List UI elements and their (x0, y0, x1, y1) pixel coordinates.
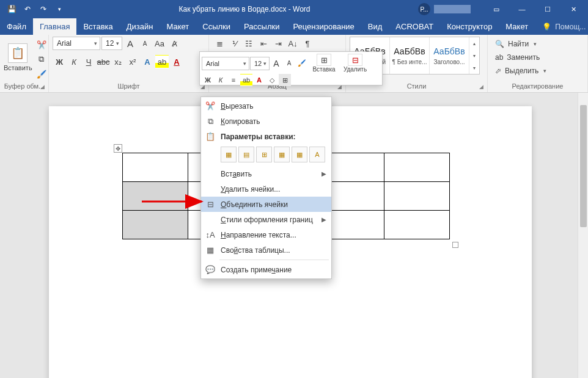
bold-button[interactable]: Ж (53, 55, 66, 68)
ctx-insert[interactable]: Вставить▶ (201, 166, 331, 181)
avatar-icon: Р... (418, 3, 430, 15)
multilevel-list-icon[interactable]: ☷ (242, 37, 255, 50)
bullets-icon[interactable]: ≣ (213, 37, 226, 50)
chevron-right-icon: ▶ (322, 170, 326, 177)
ctx-text-direction[interactable]: ↕AНаправление текста... (201, 227, 331, 242)
vertical-scrollbar[interactable] (578, 93, 588, 378)
paste-icon: 📋 (8, 43, 28, 63)
table-move-handle-icon[interactable]: ✥ (114, 144, 122, 153)
ctx-table-properties[interactable]: ▦Свойства таблицы... (201, 242, 331, 258)
ctx-copy[interactable]: ⧉Копировать (201, 114, 331, 129)
paste-opt-overwrite-icon[interactable]: ▦ (274, 147, 290, 162)
grow-font-icon[interactable]: A (123, 37, 137, 50)
maximize-icon[interactable]: ☐ (535, 0, 560, 18)
decrease-indent-icon[interactable]: ⇤ (257, 37, 270, 50)
tab-insert[interactable]: Вставка (76, 18, 119, 35)
chevron-right-icon: ▶ (322, 216, 326, 223)
copy-icon[interactable]: ⧉ (35, 53, 48, 66)
cut-icon[interactable]: ✂️ (35, 38, 48, 51)
comment-icon: 💬 (205, 264, 216, 275)
ctx-new-comment[interactable]: 💬Создать примечание (201, 262, 331, 277)
clipboard-icon: 📋 (205, 131, 216, 142)
group-font: Arial 12 A A Aa A̷ Ж К Ч abc x₂ x² A ab … (49, 35, 209, 92)
ctx-merge-cells[interactable]: ⊟Объединить ячейки (201, 197, 331, 212)
mini-font-family[interactable]: Arial (202, 57, 249, 70)
tab-review[interactable]: Рецензирование (286, 18, 361, 35)
font-color-icon[interactable]: A (170, 55, 183, 68)
paste-opt-text-only-icon[interactable]: A (309, 147, 325, 162)
group-font-label: Шрифт◢ (53, 81, 205, 92)
mini-borders-icon[interactable]: ⊞ (279, 74, 291, 86)
tab-references[interactable]: Ссылки (196, 18, 237, 35)
tab-layout[interactable]: Макет (160, 18, 196, 35)
highlight-icon[interactable]: ab (155, 55, 169, 68)
tab-mailings[interactable]: Рассылки (237, 18, 286, 35)
document-title: Как убрать линию в Ворде.docx - Word (71, 5, 418, 13)
paste-opt-nest-table-icon[interactable]: ▦ (221, 147, 237, 162)
mini-bold-button[interactable]: Ж (202, 74, 214, 86)
clear-formatting-icon[interactable]: A̷ (167, 37, 181, 50)
font-size-combo[interactable]: 12 (101, 37, 122, 50)
styles-more-icon[interactable]: ▴▾▾ (469, 37, 479, 74)
minimize-icon[interactable]: — (510, 0, 534, 18)
paste-opt-keep-source-icon[interactable]: ▦ (292, 147, 307, 162)
styles-launcher-icon[interactable]: ◢ (479, 84, 483, 90)
mini-italic-button[interactable]: К (215, 74, 227, 86)
mini-font-color-icon[interactable]: A (253, 74, 265, 86)
tab-view[interactable]: Вид (361, 18, 389, 35)
redo-icon[interactable]: ↷ (37, 2, 50, 16)
user-account[interactable]: Р... (418, 3, 471, 15)
tab-table-design[interactable]: Конструктор (440, 18, 499, 35)
mini-shrink-font-icon[interactable]: A (283, 57, 295, 70)
increase-indent-icon[interactable]: ⇥ (271, 37, 285, 50)
tab-home[interactable]: Главная (33, 18, 76, 35)
mini-insert-button[interactable]: ⊞Вставка (309, 54, 339, 73)
undo-icon[interactable]: ↶ (21, 2, 34, 16)
mini-format-painter-icon[interactable]: 🖌️ (296, 57, 308, 70)
mini-highlight-icon[interactable]: ab (240, 74, 252, 86)
style-heading1[interactable]: АаБбВвЗаголово... (430, 37, 469, 74)
ribbon-options-icon[interactable]: ▭ (484, 0, 509, 18)
replace-button[interactable]: abЗаменить (491, 51, 550, 64)
superscript-button[interactable]: x² (126, 55, 139, 68)
table-resize-handle-icon[interactable] (452, 242, 458, 248)
tab-table-layout[interactable]: Макет (499, 18, 535, 35)
clipboard-launcher-icon[interactable]: ◢ (40, 84, 45, 90)
save-icon[interactable]: 💾 (5, 2, 18, 16)
paste-opt-new-rows-icon[interactable]: ⊞ (256, 147, 272, 162)
find-button[interactable]: 🔍Найти▾ (491, 38, 550, 50)
ctx-delete-cells[interactable]: Удалить ячейки... (201, 181, 331, 197)
select-button[interactable]: ⬀Выделить▾ (491, 65, 550, 77)
close-icon[interactable]: ✕ (561, 0, 586, 18)
show-marks-icon[interactable]: ¶ (301, 37, 314, 50)
tab-acrobat[interactable]: ACROBAT (389, 18, 440, 35)
mini-grow-font-icon[interactable]: A (270, 57, 282, 70)
tell-me-search[interactable]: 💡 Помощ... (535, 18, 588, 35)
mini-shading-icon[interactable]: ◇ (266, 74, 278, 86)
numbering-icon[interactable]: ⅟ (227, 37, 241, 50)
format-painter-icon[interactable]: 🖌️ (35, 67, 48, 81)
mini-align-icon[interactable]: ≡ (227, 74, 240, 86)
tab-file[interactable]: Файл (0, 18, 33, 35)
scroll-thumb[interactable] (580, 105, 587, 227)
shrink-font-icon[interactable]: A (138, 37, 152, 50)
strikethrough-button[interactable]: abc (97, 55, 110, 68)
tab-design[interactable]: Дизайн (120, 18, 160, 35)
tell-me-label: Помощ... (555, 23, 586, 31)
ctx-border-styles[interactable]: Стили оформления границ▶ (201, 212, 331, 227)
text-effects-icon[interactable]: A (141, 55, 154, 68)
font-family-combo[interactable]: Arial (53, 37, 100, 50)
qat-more-icon[interactable]: ▾ (53, 2, 66, 16)
paste-button[interactable]: 📋 Вставить (4, 37, 32, 78)
style-no-spacing[interactable]: АаБбВв¶ Без инте... (390, 37, 430, 74)
mini-font-size[interactable]: 12 (250, 57, 270, 70)
ctx-cut[interactable]: ✂️Вырезать (201, 98, 331, 114)
sort-icon[interactable]: A↓ (286, 37, 300, 50)
subscript-button[interactable]: x₂ (111, 55, 125, 68)
paste-opt-merge-table-icon[interactable]: ▤ (238, 147, 254, 162)
change-case-icon[interactable]: Aa (153, 37, 166, 50)
ribbon-tabs: Файл Главная Вставка Дизайн Макет Ссылки… (0, 18, 588, 35)
underline-button[interactable]: Ч (82, 55, 95, 68)
mini-delete-button[interactable]: ⊟Удалить (340, 54, 370, 73)
italic-button[interactable]: К (67, 55, 81, 68)
